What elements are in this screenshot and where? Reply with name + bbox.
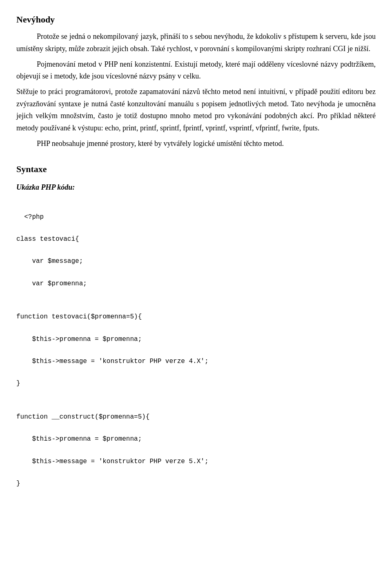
nevyhody-heading: Nevýhody (16, 12, 376, 27)
code-line6: function testovaci($promenna=5){ (16, 313, 142, 320)
ukázka-label: Ukázka PHP kódu: (16, 181, 376, 193)
code-line4: var $promenna; (16, 280, 87, 287)
code-line11: function __construct($promenna=5){ (16, 413, 149, 421)
code-block: <?php class testovaci{ var $message; var… (16, 200, 376, 489)
para1: Protože se jedná o nekompilovaný jazyk, … (16, 31, 376, 55)
para4: PHP neobsahuje jmenné prostory, které by… (16, 138, 376, 150)
para3: Stěžuje to práci programátorovi, protože… (16, 86, 376, 134)
code-line3: var $message; (16, 258, 83, 265)
code-line13: $this->message = 'konstruktor PHP verze … (16, 458, 208, 465)
code-line12: $this->promenna = $promenna; (16, 435, 142, 443)
code-line1: <?php (24, 213, 44, 221)
code-line2: class testovaci{ (16, 235, 79, 243)
code-line7: $this->promenna = $promenna; (16, 336, 142, 343)
para2: Pojmenování metod v PHP není konzistentn… (16, 58, 376, 83)
code-line14: } (16, 480, 20, 487)
code-line8: $this->message = 'konstruktor PHP verze … (16, 358, 208, 365)
syntaxe-heading: Syntaxe (16, 162, 376, 176)
code-line9: } (16, 380, 20, 387)
